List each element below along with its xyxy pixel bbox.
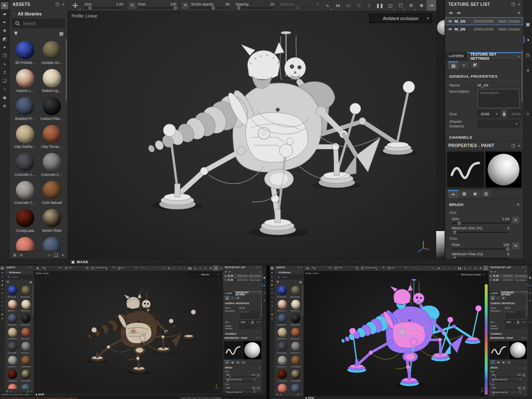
- slider-knob[interactable]: [174, 7, 176, 10]
- tool-button[interactable]: ↥: [1, 69, 8, 76]
- list-view-icon[interactable]: ≣: [7, 390, 8, 392]
- sync-icon[interactable]: ○: [48, 253, 50, 257]
- toolbar-icon-button[interactable]: ✑▾: [427, 0, 437, 11]
- dock-icon[interactable]: ▣: [528, 276, 532, 279]
- toolbar-icon-button[interactable]: ☐▾: [198, 265, 203, 271]
- toolbar-icon-button[interactable]: ⋈▾: [436, 265, 442, 271]
- close-icon[interactable]: ×: [259, 267, 261, 269]
- settings-tab-icon[interactable]: ◐: [230, 296, 235, 300]
- tab-layers[interactable]: LAYERS: [223, 292, 234, 295]
- visibility-eye-icon[interactable]: [448, 19, 453, 24]
- dock-icon[interactable]: ◷: [262, 292, 266, 295]
- asset-item[interactable]: Baked Lig…: [20, 300, 33, 312]
- brush-menu-icon[interactable]: ≡: [517, 202, 519, 207]
- tool-button[interactable]: ✣: [270, 317, 274, 320]
- viewport-3d[interactable]: Profile: Linear Ambient occlusion▾: [68, 11, 436, 259]
- list-view-icon[interactable]: ≣: [276, 393, 278, 396]
- slider-knob[interactable]: [418, 269, 419, 270]
- toolbar-icon-button[interactable]: ✑▾: [483, 265, 489, 271]
- pen-pressure-toggle[interactable]: ✎: [361, 267, 364, 270]
- new-library-icon[interactable]: ❏: [54, 253, 58, 257]
- tool-button[interactable]: ◉: [0, 313, 4, 316]
- size-width-select[interactable]: 2048▾: [239, 320, 251, 324]
- toolbar-icon-button[interactable]: ⋈▾: [343, 0, 353, 11]
- tool-button[interactable]: ❖: [1, 27, 8, 34]
- undock-icon[interactable]: ❐: [256, 337, 258, 339]
- viewport-3d[interactable]: Profile: Linear Material▾: [34, 271, 223, 393]
- tab-texture-set-settings[interactable]: TEXTURE SET SETTINGS ×: [467, 52, 523, 60]
- texture-set-row[interactable]: M_2N 2048x2048 Main shader: [223, 278, 262, 282]
- toolbar-slider[interactable]: Stroke opacity 58: [95, 266, 115, 270]
- asset-item[interactable]: Clay Terrac…: [289, 328, 302, 340]
- show-all-eye-icon[interactable]: [490, 270, 493, 273]
- asset-item[interactable]: Baked Lig…: [39, 69, 65, 93]
- assets-scrollbar[interactable]: [303, 285, 304, 316]
- dock-icon[interactable]: ▣: [524, 22, 532, 27]
- asset-item[interactable]: Carbon Fibe…: [20, 314, 33, 326]
- toolbar-icon-button[interactable]: ◫▾: [462, 265, 468, 271]
- display-mode-select[interactable]: Ambient occlusion▾: [369, 14, 432, 23]
- asset-item[interactable]: Autumn L…: [12, 69, 38, 93]
- add-asset-icon[interactable]: +: [31, 390, 32, 392]
- close-icon[interactable]: ×: [518, 54, 520, 58]
- tool-button[interactable]: ✎: [0, 267, 4, 270]
- undock-icon[interactable]: ❐: [56, 3, 59, 7]
- slider-knob[interactable]: [357, 269, 358, 270]
- brush-slider[interactable]: Minimum Flow (%) 5: [492, 391, 521, 394]
- asset-item[interactable]: Carbon Fibe…: [39, 97, 65, 121]
- toolbar-icon-button[interactable]: ◫▾: [192, 265, 198, 271]
- tool-button[interactable]: ✣: [0, 317, 4, 320]
- visibility-eye-icon[interactable]: [490, 279, 492, 281]
- undock-icon[interactable]: ❐: [522, 337, 523, 339]
- asset-item[interactable]: Concrete A…: [12, 153, 38, 177]
- paint-tab-icon[interactable]: ✑: [490, 361, 495, 365]
- dock-icon[interactable]: ◑: [262, 284, 266, 287]
- pen-pressure-toggle[interactable]: ✎: [512, 242, 519, 249]
- asset-item[interactable]: Baked Lig…: [289, 300, 302, 312]
- size-width-select[interactable]: 2048▾: [505, 320, 516, 324]
- tool-button[interactable]: ◉: [1, 94, 8, 101]
- paint-tab-icon[interactable]: ✑: [448, 190, 458, 198]
- toolbar-icon-button[interactable]: ❋▾: [208, 265, 214, 271]
- asset-item[interactable]: Clay Terrac…: [39, 125, 65, 149]
- toolbar-icon-button[interactable]: ❚❚▾: [457, 265, 463, 271]
- close-icon[interactable]: ×: [301, 267, 302, 269]
- pen-pressure-toggle[interactable]: ✎: [129, 2, 136, 9]
- toolbar-icon-button[interactable]: %▾: [447, 265, 452, 271]
- toolbar-slider[interactable]: Flow 100: [69, 266, 88, 270]
- tool-button[interactable]: ❏: [270, 304, 274, 308]
- brush-alignment-button[interactable]: ✛ ▾: [35, 265, 41, 271]
- tool-button[interactable]: ✦: [270, 287, 274, 291]
- settings-tab-icon[interactable]: ◩: [470, 61, 480, 69]
- asset-item[interactable]: Autumn L…: [276, 300, 289, 312]
- slider-knob[interactable]: [212, 7, 215, 10]
- tool-button[interactable]: ✎: [1, 2, 8, 9]
- mask-checkbox[interactable]: ▣: [305, 397, 307, 399]
- asset-item[interactable]: Concrete C…: [6, 356, 19, 368]
- library-selector[interactable]: › All libraries: [5, 270, 34, 275]
- tab-layers[interactable]: LAYERS: [489, 292, 500, 295]
- pen-pressure-toggle[interactable]: ✎: [256, 386, 260, 390]
- asset-item[interactable]: Denim Rivet: [39, 209, 65, 233]
- asset-item[interactable]: Acetate Art…: [20, 286, 33, 298]
- mask-checkbox[interactable]: ▣: [71, 260, 75, 264]
- slider-knob[interactable]: [89, 7, 92, 10]
- undock-icon[interactable]: ❐: [256, 267, 258, 269]
- sort-icon[interactable]: ≡: [518, 10, 520, 15]
- paint-tab-icon[interactable]: ◉: [470, 190, 480, 197]
- settings-tab-icon[interactable]: ◐: [459, 61, 469, 69]
- close-icon[interactable]: ×: [62, 3, 64, 7]
- close-icon[interactable]: ×: [525, 292, 526, 295]
- slider-knob[interactable]: [519, 389, 521, 391]
- slider-knob[interactable]: [227, 381, 229, 382]
- size-width-select[interactable]: 2048▾: [478, 110, 500, 117]
- add-asset-icon[interactable]: +: [301, 393, 302, 396]
- pen-pressure-toggle[interactable]: ✎: [512, 216, 519, 224]
- tool-button[interactable]: ❐: [1, 52, 8, 59]
- display-mode-select[interactable]: World space normal▾: [455, 272, 486, 277]
- toolbar-icon-button[interactable]: ↯▾: [182, 265, 187, 271]
- asset-item[interactable]: Fabric Den…: [39, 237, 65, 251]
- search-input[interactable]: [11, 276, 31, 279]
- paint-tab-icon[interactable]: ▦: [230, 361, 235, 364]
- dock-icon[interactable]: ▣: [262, 276, 266, 279]
